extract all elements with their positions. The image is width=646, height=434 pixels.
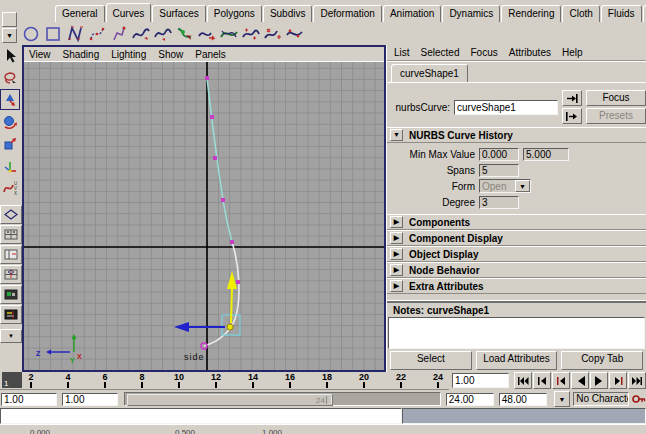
scale-tool[interactable] (0, 133, 20, 154)
animation-end-field[interactable] (499, 393, 547, 406)
step-back-frame-button[interactable] (533, 372, 551, 389)
expand-triangle-icon[interactable]: ▶ (390, 264, 403, 276)
go-to-start-button[interactable] (514, 372, 532, 389)
attach-curves-icon[interactable] (130, 23, 152, 44)
expand-triangle-icon[interactable]: ▶ (390, 232, 403, 244)
add-points-icon[interactable] (262, 23, 284, 44)
viewport-menu-shading[interactable]: Shading (63, 49, 100, 60)
range-slider-bar[interactable]: 24 (127, 394, 333, 406)
max-value-field[interactable] (523, 148, 569, 161)
shelf-tab-polygons[interactable]: Polygons (207, 5, 262, 22)
viewport-menu-show[interactable]: Show (158, 49, 183, 60)
character-set-display[interactable]: No Character Set (573, 392, 629, 406)
shelf-tab-cloth[interactable]: Cloth (562, 5, 599, 22)
section-object-display[interactable]: ▶ Object Display (387, 246, 646, 262)
ae-menu-selected[interactable]: Selected (421, 47, 460, 58)
persp-graph-layout[interactable] (0, 265, 22, 284)
shelf-tab-surfaces[interactable]: Surfaces (152, 5, 205, 22)
notes-textarea[interactable] (388, 317, 645, 349)
curve-fillet-icon[interactable] (218, 23, 240, 44)
set-key-icon[interactable] (632, 393, 646, 405)
curve-editing-icon[interactable] (284, 23, 306, 44)
layout-menu-button[interactable]: ▼ (0, 329, 22, 343)
section-component-display[interactable]: ▶ Component Display (387, 230, 646, 246)
shelf-tab-general[interactable]: General (55, 5, 105, 22)
viewport-menu-panels[interactable]: Panels (195, 49, 226, 60)
ae-menu-help[interactable]: Help (562, 47, 583, 58)
animation-start-field[interactable] (1, 393, 57, 406)
expand-triangle-icon[interactable]: ▶ (390, 280, 403, 292)
ae-menu-focus[interactable]: Focus (470, 47, 497, 58)
degree-field[interactable] (479, 196, 519, 209)
viewport-canvas[interactable]: Y Z X side (24, 62, 384, 370)
section-components[interactable]: ▶ Components (387, 214, 646, 230)
section-nurbs-curve-history[interactable]: ▼ NURBS Curve History (387, 127, 646, 143)
command-line-input[interactable] (0, 408, 402, 424)
shelf-switcher-button[interactable] (2, 12, 17, 27)
insert-knot-icon[interactable] (240, 23, 262, 44)
show-manipulator-tool[interactable] (0, 155, 20, 176)
shelf-tab-curves[interactable]: Curves (106, 3, 152, 22)
go-to-end-button[interactable] (628, 372, 646, 389)
presets-button[interactable]: Presets (586, 108, 646, 124)
cut-curve-icon[interactable] (174, 23, 196, 44)
expand-triangle-icon[interactable]: ▶ (390, 216, 403, 228)
spans-field[interactable] (479, 164, 519, 177)
shelf-tab-fluids[interactable]: Fluids (601, 5, 642, 22)
ae-menu-attributes[interactable]: Attributes (509, 47, 551, 58)
open-close-curve-icon[interactable] (196, 23, 218, 44)
range-handle[interactable] (326, 396, 332, 404)
cv-curve-icon[interactable] (64, 23, 86, 44)
current-time-field[interactable] (452, 373, 509, 388)
step-back-key-button[interactable] (552, 372, 570, 389)
hypershade-persp-layout[interactable] (0, 285, 22, 304)
nurbs-circle-icon[interactable] (20, 23, 42, 44)
form-dropdown[interactable]: Open ▼ (479, 179, 531, 193)
pencil-curve-icon[interactable] (108, 23, 130, 44)
timeline-ruler[interactable]: 1 24681012141618202224 (0, 372, 449, 390)
move-tool[interactable] (0, 89, 20, 110)
node-name-input[interactable] (454, 100, 558, 115)
viewport-menu-lighting[interactable]: Lighting (111, 49, 146, 60)
section-extra-attributes[interactable]: ▶ Extra Attributes (387, 278, 646, 294)
persp-script-layout[interactable] (0, 305, 22, 324)
shelf-tab-deformation[interactable]: Deformation (313, 5, 381, 22)
shelf-menu-button[interactable]: ▼ (2, 28, 17, 43)
playback-end-field[interactable] (446, 393, 494, 406)
ae-menu-list[interactable]: List (394, 47, 410, 58)
detach-curves-icon[interactable] (152, 23, 174, 44)
four-pane-layout[interactable] (0, 225, 22, 244)
load-attributes-button[interactable]: Load Attributes (476, 351, 558, 370)
show-input-connections-button[interactable] (562, 90, 582, 106)
select-tool[interactable] (0, 45, 20, 66)
collapse-triangle-icon[interactable]: ▼ (390, 129, 403, 141)
section-node-behavior[interactable]: ▶ Node Behavior (387, 262, 646, 278)
shelf-tab-subdivs[interactable]: Subdivs (263, 5, 313, 22)
single-pane-layout[interactable] (0, 205, 22, 224)
step-forward-key-button[interactable] (609, 372, 627, 389)
shelf-tab-rendering[interactable]: Rendering (501, 5, 561, 22)
viewport-menu-view[interactable]: View (29, 49, 51, 60)
persp-outliner-layout[interactable] (0, 245, 22, 264)
shelf-tab-animation[interactable]: Animation (383, 5, 441, 22)
show-output-connections-button[interactable] (562, 108, 582, 124)
play-backwards-button[interactable] (571, 372, 589, 389)
last-tool[interactable]: UVX (0, 177, 20, 198)
select-button[interactable]: Select (390, 351, 472, 370)
play-forwards-button[interactable] (590, 372, 608, 389)
focus-button[interactable]: Focus (586, 90, 646, 106)
character-set-menu-button[interactable]: ▼ (554, 391, 570, 407)
playback-start-field[interactable] (62, 393, 118, 406)
min-value-field[interactable] (479, 148, 519, 161)
tab-curveshape1[interactable]: curveShape1 (391, 64, 468, 82)
range-slider-track[interactable]: 24 (124, 392, 441, 406)
shelf-tab-fur[interactable]: Fur (643, 5, 646, 22)
rotate-tool[interactable] (0, 111, 20, 132)
copy-tab-button[interactable]: Copy Tab (561, 351, 643, 370)
lasso-tool[interactable] (0, 67, 20, 88)
expand-triangle-icon[interactable]: ▶ (390, 248, 403, 260)
ep-curve-icon[interactable] (86, 23, 108, 44)
nurbs-square-icon[interactable] (42, 23, 64, 44)
shelf-tab-dynamics[interactable]: Dynamics (442, 5, 500, 22)
current-frame-indicator[interactable]: 1 (2, 372, 22, 388)
